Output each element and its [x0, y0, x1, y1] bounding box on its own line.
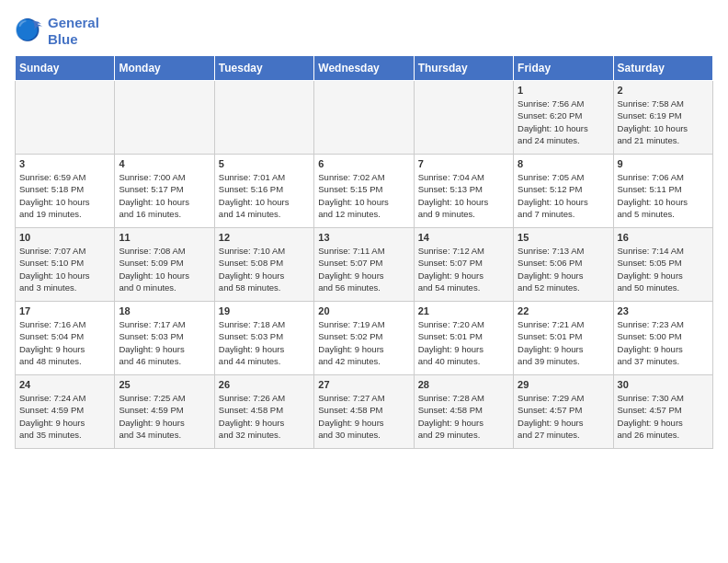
calendar-cell: 8Sunrise: 7:05 AM Sunset: 5:12 PM Daylig… — [514, 155, 613, 228]
day-number: 6 — [318, 158, 409, 169]
weekday-header: Wednesday — [314, 56, 414, 81]
day-info: Sunrise: 7:07 AM Sunset: 5:10 PM Dayligh… — [19, 245, 110, 293]
calendar-cell: 5Sunrise: 7:01 AM Sunset: 5:16 PM Daylig… — [214, 155, 313, 228]
day-info: Sunrise: 7:23 AM Sunset: 5:00 PM Dayligh… — [618, 318, 709, 367]
day-number: 28 — [418, 379, 509, 390]
calendar-cell: 30Sunrise: 7:30 AM Sunset: 4:57 PM Dayli… — [613, 375, 712, 449]
calendar-cell: 14Sunrise: 7:12 AM Sunset: 5:07 PM Dayli… — [414, 228, 513, 302]
calendar-cell: 26Sunrise: 7:26 AM Sunset: 4:58 PM Dayli… — [214, 375, 313, 449]
calendar-cell: 21Sunrise: 7:20 AM Sunset: 5:01 PM Dayli… — [414, 302, 513, 375]
day-number: 3 — [19, 158, 110, 169]
day-number: 8 — [518, 158, 609, 169]
calendar-cell: 3Sunrise: 6:59 AM Sunset: 5:18 PM Daylig… — [16, 155, 115, 228]
calendar-cell: 29Sunrise: 7:29 AM Sunset: 4:57 PM Dayli… — [514, 375, 613, 449]
weekday-header: Thursday — [414, 56, 513, 81]
weekday-header: Friday — [514, 56, 613, 81]
day-info: Sunrise: 7:56 AM Sunset: 6:20 PM Dayligh… — [518, 98, 609, 146]
calendar-cell: 12Sunrise: 7:10 AM Sunset: 5:08 PM Dayli… — [214, 228, 313, 302]
day-number: 1 — [518, 85, 609, 96]
day-number: 15 — [518, 232, 609, 243]
day-info: Sunrise: 7:27 AM Sunset: 4:58 PM Dayligh… — [318, 392, 409, 441]
day-info: Sunrise: 7:24 AM Sunset: 4:59 PM Dayligh… — [19, 392, 110, 441]
day-info: Sunrise: 7:08 AM Sunset: 5:09 PM Dayligh… — [119, 245, 210, 293]
day-info: Sunrise: 7:20 AM Sunset: 5:01 PM Dayligh… — [418, 318, 509, 367]
day-info: Sunrise: 7:17 AM Sunset: 5:03 PM Dayligh… — [119, 318, 210, 367]
calendar-cell: 11Sunrise: 7:08 AM Sunset: 5:09 PM Dayli… — [115, 228, 214, 302]
day-info: Sunrise: 7:21 AM Sunset: 5:01 PM Dayligh… — [518, 318, 609, 367]
logo-text: General Blue — [48, 15, 99, 48]
calendar-cell: 25Sunrise: 7:25 AM Sunset: 4:59 PM Dayli… — [115, 375, 214, 449]
day-number: 22 — [518, 305, 609, 316]
weekday-header: Monday — [115, 56, 214, 81]
calendar-cell: 7Sunrise: 7:04 AM Sunset: 5:13 PM Daylig… — [414, 155, 513, 228]
day-info: Sunrise: 7:05 AM Sunset: 5:12 PM Dayligh… — [518, 171, 609, 220]
day-number: 7 — [418, 158, 509, 169]
calendar-week: 3Sunrise: 6:59 AM Sunset: 5:18 PM Daylig… — [16, 155, 713, 228]
day-number: 13 — [318, 232, 409, 243]
calendar-header: SundayMondayTuesdayWednesdayThursdayFrid… — [16, 56, 713, 81]
calendar-table: SundayMondayTuesdayWednesdayThursdayFrid… — [15, 55, 713, 449]
day-number: 27 — [318, 379, 409, 390]
day-info: Sunrise: 6:59 AM Sunset: 5:18 PM Dayligh… — [19, 171, 110, 220]
day-info: Sunrise: 7:02 AM Sunset: 5:15 PM Dayligh… — [318, 171, 409, 220]
calendar-week: 10Sunrise: 7:07 AM Sunset: 5:10 PM Dayli… — [16, 228, 713, 302]
day-info: Sunrise: 7:25 AM Sunset: 4:59 PM Dayligh… — [119, 392, 210, 441]
day-number: 18 — [119, 305, 210, 316]
day-number: 24 — [19, 379, 110, 390]
logo: 🔵 General Blue — [15, 15, 99, 48]
calendar-cell — [214, 81, 313, 155]
day-number: 12 — [219, 232, 310, 243]
weekday-header: Sunday — [16, 56, 115, 81]
day-number: 23 — [618, 305, 709, 316]
calendar-cell: 17Sunrise: 7:16 AM Sunset: 5:04 PM Dayli… — [16, 302, 115, 375]
day-number: 14 — [418, 232, 509, 243]
day-number: 29 — [518, 379, 609, 390]
calendar-cell: 27Sunrise: 7:27 AM Sunset: 4:58 PM Dayli… — [314, 375, 414, 449]
day-info: Sunrise: 7:28 AM Sunset: 4:58 PM Dayligh… — [418, 392, 509, 441]
calendar-cell: 13Sunrise: 7:11 AM Sunset: 5:07 PM Dayli… — [314, 228, 414, 302]
day-number: 11 — [119, 232, 210, 243]
calendar-cell: 18Sunrise: 7:17 AM Sunset: 5:03 PM Dayli… — [115, 302, 214, 375]
day-number: 30 — [618, 379, 709, 390]
calendar-cell: 22Sunrise: 7:21 AM Sunset: 5:01 PM Dayli… — [514, 302, 613, 375]
weekday-header: Saturday — [613, 56, 712, 81]
day-number: 16 — [618, 232, 709, 243]
day-number: 4 — [119, 158, 210, 169]
day-number: 5 — [219, 158, 310, 169]
calendar-cell: 2Sunrise: 7:58 AM Sunset: 6:19 PM Daylig… — [613, 81, 712, 155]
calendar-cell: 10Sunrise: 7:07 AM Sunset: 5:10 PM Dayli… — [16, 228, 115, 302]
day-number: 2 — [618, 85, 709, 96]
weekday-header: Tuesday — [214, 56, 313, 81]
day-info: Sunrise: 7:00 AM Sunset: 5:17 PM Dayligh… — [119, 171, 210, 220]
day-number: 17 — [19, 305, 110, 316]
calendar-cell: 15Sunrise: 7:13 AM Sunset: 5:06 PM Dayli… — [514, 228, 613, 302]
calendar-cell — [414, 81, 513, 155]
calendar-cell: 1Sunrise: 7:56 AM Sunset: 6:20 PM Daylig… — [514, 81, 613, 155]
calendar-week: 1Sunrise: 7:56 AM Sunset: 6:20 PM Daylig… — [16, 81, 713, 155]
day-info: Sunrise: 7:58 AM Sunset: 6:19 PM Dayligh… — [618, 98, 709, 146]
day-info: Sunrise: 7:10 AM Sunset: 5:08 PM Dayligh… — [219, 245, 310, 293]
day-info: Sunrise: 7:11 AM Sunset: 5:07 PM Dayligh… — [318, 245, 409, 293]
calendar-cell: 9Sunrise: 7:06 AM Sunset: 5:11 PM Daylig… — [613, 155, 712, 228]
calendar-week: 24Sunrise: 7:24 AM Sunset: 4:59 PM Dayli… — [16, 375, 713, 449]
day-info: Sunrise: 7:19 AM Sunset: 5:02 PM Dayligh… — [318, 318, 409, 367]
day-info: Sunrise: 7:14 AM Sunset: 5:05 PM Dayligh… — [618, 245, 709, 293]
calendar-cell — [16, 81, 115, 155]
calendar-cell: 16Sunrise: 7:14 AM Sunset: 5:05 PM Dayli… — [613, 228, 712, 302]
day-number: 26 — [219, 379, 310, 390]
day-info: Sunrise: 7:01 AM Sunset: 5:16 PM Dayligh… — [219, 171, 310, 220]
day-info: Sunrise: 7:29 AM Sunset: 4:57 PM Dayligh… — [518, 392, 609, 441]
day-info: Sunrise: 7:12 AM Sunset: 5:07 PM Dayligh… — [418, 245, 509, 293]
calendar-cell: 20Sunrise: 7:19 AM Sunset: 5:02 PM Dayli… — [314, 302, 414, 375]
calendar-cell: 24Sunrise: 7:24 AM Sunset: 4:59 PM Dayli… — [16, 375, 115, 449]
day-info: Sunrise: 7:30 AM Sunset: 4:57 PM Dayligh… — [618, 392, 709, 441]
day-number: 10 — [19, 232, 110, 243]
day-number: 21 — [418, 305, 509, 316]
day-number: 19 — [219, 305, 310, 316]
day-info: Sunrise: 7:26 AM Sunset: 4:58 PM Dayligh… — [219, 392, 310, 441]
day-info: Sunrise: 7:16 AM Sunset: 5:04 PM Dayligh… — [19, 318, 110, 367]
logo-icon: 🔵 — [15, 17, 44, 46]
day-info: Sunrise: 7:18 AM Sunset: 5:03 PM Dayligh… — [219, 318, 310, 367]
calendar-cell: 23Sunrise: 7:23 AM Sunset: 5:00 PM Dayli… — [613, 302, 712, 375]
day-info: Sunrise: 7:06 AM Sunset: 5:11 PM Dayligh… — [618, 171, 709, 220]
